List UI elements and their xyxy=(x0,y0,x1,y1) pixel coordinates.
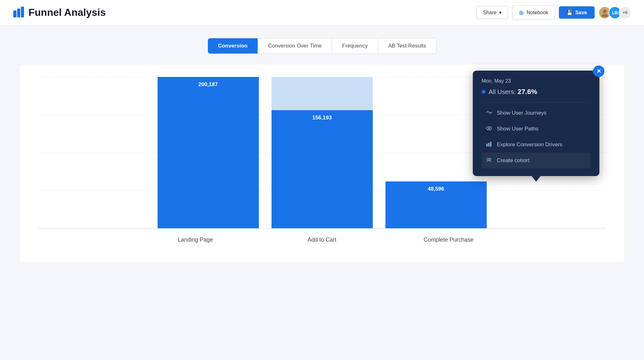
tooltip-dot xyxy=(482,90,485,94)
notebook-label: Notebook xyxy=(527,10,548,16)
tooltip-date: Mon, May 23 xyxy=(482,78,591,84)
save-label: Save xyxy=(575,10,587,16)
tooltip-popup: ✕ Mon, May 23 All Users: 27.6% Show User… xyxy=(473,71,599,176)
svg-rect-0 xyxy=(13,10,16,17)
svg-rect-2 xyxy=(21,7,24,17)
menu-item-explore-conversion[interactable]: Explore Conversion Drivers xyxy=(482,137,591,153)
svg-point-3 xyxy=(603,9,607,13)
menu-item-show-user-journeys[interactable]: Show User Journeys xyxy=(482,105,591,121)
menu-item-show-user-paths[interactable]: Show User Paths xyxy=(482,121,591,137)
page-title: Funnel Analysis xyxy=(28,7,106,18)
app-icon xyxy=(13,6,25,19)
tooltip-users-text: All Users: 27.6% xyxy=(489,88,537,96)
svg-point-7 xyxy=(488,128,490,129)
tab-ab-test[interactable]: AB Test Results xyxy=(378,38,436,54)
close-button[interactable]: ✕ xyxy=(593,66,604,77)
svg-point-4 xyxy=(602,14,608,17)
bar-value-purchase: 48,596 xyxy=(385,186,487,192)
svg-point-11 xyxy=(487,158,489,160)
plus-icon: ⊕ xyxy=(519,9,524,16)
svg-rect-1 xyxy=(17,9,20,17)
bar-complete-purchase[interactable]: 48,596 xyxy=(385,181,487,228)
avatar-group: LB +5 xyxy=(598,6,631,19)
eye-icon xyxy=(485,125,492,132)
cohort-icon xyxy=(485,157,492,164)
svg-rect-9 xyxy=(488,143,490,147)
label-landing-page: Landing Page xyxy=(139,237,253,243)
bar-group-add-to-cart: 156,193 xyxy=(272,77,373,228)
bar-cart-unconverted xyxy=(272,77,373,110)
bar-icon xyxy=(485,141,492,148)
save-button[interactable]: 💾 Save xyxy=(559,6,595,19)
svg-rect-10 xyxy=(490,142,491,147)
avatar-plus: +5 xyxy=(619,6,631,19)
bar-cart-converted[interactable]: 156,193 xyxy=(272,110,373,228)
tab-frequency[interactable]: Frequency xyxy=(332,38,378,54)
header-actions: Share ▾ ⊕ Notebook 💾 Save LB xyxy=(476,5,631,20)
header: Funnel Analysis Share ▾ ⊕ Notebook 💾 Sav… xyxy=(0,0,644,25)
tooltip-arrow xyxy=(532,176,541,182)
share-label: Share xyxy=(483,10,497,16)
share-button[interactable]: Share ▾ xyxy=(476,6,508,19)
main-content: Conversion Conversion Over Time Frequenc… xyxy=(0,25,644,275)
bar-value-cart: 156,193 xyxy=(272,115,373,121)
bar-value-landing: 200,187 xyxy=(158,81,259,88)
bar-group-landing-page: 200,187 xyxy=(158,77,259,228)
tab-conversion[interactable]: Conversion xyxy=(208,38,258,54)
tooltip-users-row: All Users: 27.6% xyxy=(482,88,591,96)
chart-container: ✕ Mon, May 23 All Users: 27.6% Show User… xyxy=(19,64,625,262)
svg-point-12 xyxy=(489,158,491,160)
menu-item-create-cohort[interactable]: Create cohort xyxy=(482,153,591,168)
tooltip-divider xyxy=(482,102,591,103)
notebook-button[interactable]: ⊕ Notebook xyxy=(512,5,555,20)
chart-labels: Landing Page Add to Cart Complete Purcha… xyxy=(38,237,606,243)
bar-group-complete-purchase: 48,596 xyxy=(385,77,487,228)
svg-point-5 xyxy=(491,112,492,113)
save-icon: 💾 xyxy=(566,9,573,16)
label-add-to-cart: Add to Cart xyxy=(265,237,379,243)
bar-stack-purchase: 48,596 xyxy=(385,77,487,228)
label-complete-purchase: Complete Purchase xyxy=(392,237,506,243)
bar-stack-cart: 156,193 xyxy=(272,77,373,228)
tab-bar: Conversion Conversion Over Time Frequenc… xyxy=(208,38,437,54)
bar-stack-landing: 200,187 xyxy=(158,77,259,228)
tab-conversion-over-time[interactable]: Conversion Over Time xyxy=(258,38,332,54)
bar-landing-page[interactable]: 200,187 xyxy=(158,77,259,228)
chevron-down-icon: ▾ xyxy=(499,9,502,16)
svg-rect-8 xyxy=(486,144,488,147)
journey-icon xyxy=(485,110,492,117)
